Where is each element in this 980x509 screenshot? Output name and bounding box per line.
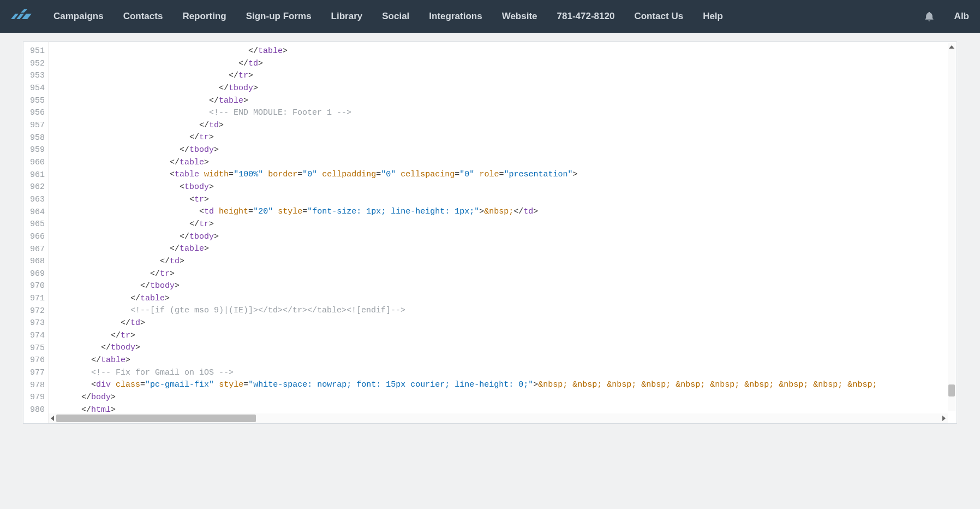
line-number: 980 xyxy=(23,404,45,417)
svg-marker-3 xyxy=(21,9,27,13)
nav-campaigns[interactable]: Campaigns xyxy=(53,11,104,22)
nav-right: Alb xyxy=(924,10,969,22)
code-line[interactable]: </tbody> xyxy=(52,82,957,95)
horizontal-scroll-thumb[interactable] xyxy=(56,415,256,422)
line-number: 977 xyxy=(23,367,45,380)
line-number: 955 xyxy=(23,95,45,108)
top-nav: Campaigns Contacts Reporting Sign-up For… xyxy=(0,0,980,33)
code-area[interactable]: </table> </td> </tr> </tbody> </table> xyxy=(49,42,957,423)
code-line[interactable]: </tr> xyxy=(52,268,957,281)
nav-website[interactable]: Website xyxy=(502,11,537,22)
line-number: 974 xyxy=(23,330,45,342)
vertical-scrollbar[interactable] xyxy=(948,43,955,411)
code-lines[interactable]: </table> </td> </tr> </tbody> </table> xyxy=(49,42,957,416)
line-number: 959 xyxy=(23,144,45,157)
code-line[interactable]: </td> xyxy=(52,120,957,132)
line-number: 960 xyxy=(23,157,45,169)
scroll-up-arrow-icon[interactable] xyxy=(948,43,955,51)
line-number: 963 xyxy=(23,194,45,206)
line-number: 954 xyxy=(23,82,45,95)
code-line[interactable]: </tbody> xyxy=(52,342,957,354)
line-number: 967 xyxy=(23,244,45,256)
code-line[interactable]: <!--[if (gte mso 9)|(IE)]></td></tr></ta… xyxy=(52,305,957,317)
code-line[interactable]: </table> xyxy=(52,157,957,169)
horizontal-scrollbar[interactable] xyxy=(49,413,948,423)
code-line[interactable]: <div class="pc-gmail-fix" style="white-s… xyxy=(52,379,957,392)
nav-integrations[interactable]: Integrations xyxy=(429,11,482,22)
code-line[interactable]: <tr> xyxy=(52,194,957,206)
line-number: 973 xyxy=(23,317,45,330)
code-line[interactable]: <td height="20" style="font-size: 1px; l… xyxy=(52,206,957,218)
line-number: 957 xyxy=(23,120,45,132)
line-number: 970 xyxy=(23,280,45,293)
nav-phone[interactable]: 781-472-8120 xyxy=(557,11,615,22)
code-line[interactable]: </tr> xyxy=(52,132,957,144)
code-line[interactable]: </tr> xyxy=(52,330,957,342)
bell-icon[interactable] xyxy=(924,10,935,22)
code-line[interactable]: </table> xyxy=(52,354,957,367)
line-number-gutter: 9519529539549559569579589599609619629639… xyxy=(23,42,49,423)
nav-help[interactable]: Help xyxy=(703,11,723,22)
nav-contacts[interactable]: Contacts xyxy=(123,11,163,22)
code-line[interactable]: </tbody> xyxy=(52,280,957,293)
code-line[interactable]: <table width="100%" border="0" cellpaddi… xyxy=(52,169,957,181)
line-number: 969 xyxy=(23,268,45,281)
line-number: 971 xyxy=(23,293,45,305)
line-number: 962 xyxy=(23,181,45,194)
code-line[interactable]: </table> xyxy=(52,45,957,58)
nav-contact-us[interactable]: Contact Us xyxy=(634,11,683,22)
line-number: 976 xyxy=(23,354,45,367)
line-number: 964 xyxy=(23,206,45,219)
code-line[interactable]: </table> xyxy=(52,95,957,108)
line-number: 965 xyxy=(23,218,45,231)
code-line[interactable]: </td> xyxy=(52,58,957,70)
line-number: 978 xyxy=(23,380,45,392)
logo-icon[interactable] xyxy=(11,8,38,25)
line-number: 966 xyxy=(23,231,45,244)
nav-library[interactable]: Library xyxy=(331,11,363,22)
line-number: 953 xyxy=(23,70,45,82)
line-number: 975 xyxy=(23,342,45,355)
line-number: 958 xyxy=(23,132,45,145)
scroll-right-arrow-icon[interactable] xyxy=(940,413,948,423)
line-number: 956 xyxy=(23,107,45,120)
code-line[interactable]: <tbody> xyxy=(52,181,957,194)
code-line[interactable]: </td> xyxy=(52,317,957,330)
code-line[interactable]: </td> xyxy=(52,256,957,268)
scroll-left-arrow-icon[interactable] xyxy=(49,413,56,423)
nav-social[interactable]: Social xyxy=(382,11,409,22)
line-number: 979 xyxy=(23,392,45,404)
code-editor: 9519529539549559569579589599609619629639… xyxy=(23,42,957,424)
user-menu[interactable]: Alb xyxy=(954,11,969,22)
code-line[interactable]: </tbody> xyxy=(52,231,957,244)
line-number: 952 xyxy=(23,58,45,70)
vertical-scroll-thumb[interactable] xyxy=(948,384,955,396)
line-number: 972 xyxy=(23,305,45,318)
nav-signup-forms[interactable]: Sign-up Forms xyxy=(246,11,312,22)
line-number: 968 xyxy=(23,256,45,268)
code-line[interactable]: </table> xyxy=(52,243,957,256)
code-line[interactable]: <!-- Fix for Gmail on iOS --> xyxy=(52,367,957,380)
code-line[interactable]: <!-- END MODULE: Footer 1 --> xyxy=(52,107,957,120)
line-number: 951 xyxy=(23,45,45,58)
code-line[interactable]: </tbody> xyxy=(52,144,957,157)
code-line[interactable]: </table> xyxy=(52,293,957,305)
nav-reporting[interactable]: Reporting xyxy=(182,11,226,22)
code-line[interactable]: </tr> xyxy=(52,218,957,231)
code-line[interactable]: </body> xyxy=(52,392,957,404)
nav-items: Campaigns Contacts Reporting Sign-up For… xyxy=(53,11,924,22)
code-line[interactable]: </tr> xyxy=(52,70,957,82)
line-number: 961 xyxy=(23,169,45,182)
